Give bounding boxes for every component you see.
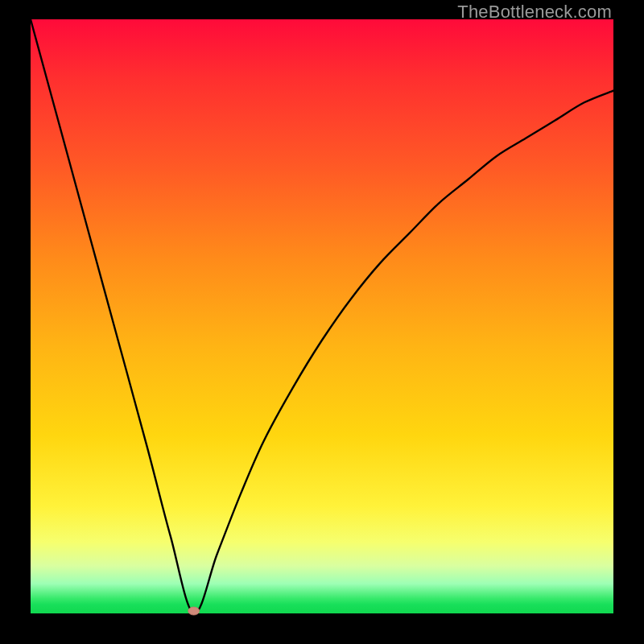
chart-frame: TheBottleneck.com (0, 0, 644, 644)
bottleneck-curve (31, 19, 613, 613)
optimal-point-marker (188, 607, 200, 615)
plot-area (31, 19, 613, 613)
curve-path (31, 19, 613, 613)
